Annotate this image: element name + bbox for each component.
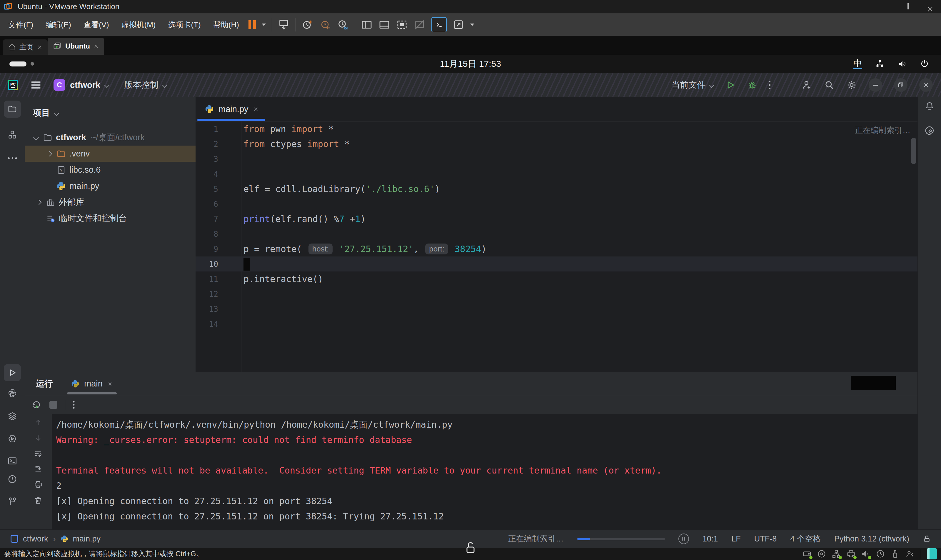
tree-item-main.py[interactable]: main.py xyxy=(25,178,195,194)
notifications-bell-icon[interactable] xyxy=(924,101,935,111)
clock[interactable]: 11月15日 17:53 xyxy=(0,58,941,70)
code-line-11[interactable]: 11p.interactive() xyxy=(195,271,918,286)
time-sync-icon[interactable] xyxy=(875,549,886,559)
vmware-menu-item[interactable]: 编辑(E) xyxy=(42,17,75,32)
services-tool-button[interactable] xyxy=(7,411,17,421)
vmware-menu-item[interactable]: 查看(V) xyxy=(79,17,113,32)
status-item[interactable]: Python 3.12 (ctfwork) xyxy=(834,534,909,543)
down-arrow-icon[interactable] xyxy=(34,434,43,442)
clear-trash-icon[interactable] xyxy=(34,496,43,505)
code-line-7[interactable]: 7print(elf.rand() %7 +1) xyxy=(195,211,918,226)
pause-dropdown-icon[interactable] xyxy=(262,23,266,26)
power-icon[interactable] xyxy=(920,59,929,69)
tab-home[interactable]: 主页 xyxy=(3,39,48,55)
code-line-2[interactable]: 2from ctypes import * xyxy=(195,137,918,151)
more-actions-button[interactable] xyxy=(769,81,771,89)
vmware-menu-item[interactable]: 帮助(H) xyxy=(209,17,243,32)
up-arrow-icon[interactable] xyxy=(34,418,43,427)
code-line-1[interactable]: 1from pwn import * xyxy=(195,122,918,137)
code-line-12[interactable]: 12 xyxy=(195,286,918,302)
breadcrumb-project[interactable]: ctfwork xyxy=(23,534,48,543)
tree-item-libc.so.6[interactable]: ?libc.so.6 xyxy=(25,162,195,178)
code-area[interactable]: 正在编制索引… 1from pwn import *2from ctypes i… xyxy=(195,122,918,372)
stop-button[interactable] xyxy=(49,401,57,409)
python-packages-tool-button[interactable] xyxy=(7,388,17,398)
vcs-widget[interactable]: 版本控制 xyxy=(124,79,158,91)
ime-indicator[interactable]: 中 xyxy=(853,58,862,69)
breadcrumb-file[interactable]: main.py xyxy=(73,534,101,543)
corner-widget-icon[interactable] xyxy=(927,548,937,559)
network-icon[interactable] xyxy=(875,59,884,69)
tab-close-icon[interactable] xyxy=(94,44,98,48)
pause-indexing-button[interactable] xyxy=(678,534,689,544)
rerun-button[interactable] xyxy=(31,399,42,410)
code-line-5[interactable]: 5elf = cdll.LoadLibrary('./libc.so.6') xyxy=(195,182,918,197)
breadcrumb[interactable]: ctfwork › main.py xyxy=(11,534,101,544)
version-control-tool-button[interactable] xyxy=(7,497,17,506)
more-actions-button[interactable] xyxy=(73,401,74,409)
sound-icon[interactable] xyxy=(861,549,871,559)
hard-disk-icon[interactable] xyxy=(802,549,812,559)
shared-user-icon[interactable] xyxy=(905,549,915,559)
main-menu-button[interactable] xyxy=(31,82,41,89)
structure-tool-button[interactable] xyxy=(8,130,17,139)
code-line-3[interactable]: 3 xyxy=(195,151,918,166)
debug-button[interactable] xyxy=(747,80,757,90)
network-adapter-icon[interactable] xyxy=(831,549,841,559)
ide-close-button[interactable] xyxy=(919,78,933,92)
ide-restore-button[interactable] xyxy=(894,78,907,92)
status-item[interactable]: 10:1 xyxy=(703,534,718,543)
python-console-tool-button[interactable] xyxy=(7,434,17,444)
vmware-menu-item[interactable]: 文件(F) xyxy=(4,17,37,32)
show-sidebar-button[interactable] xyxy=(361,19,372,31)
code-line-9[interactable]: 9p = remote( host: '27.25.151.12', port:… xyxy=(195,242,918,257)
print-icon[interactable] xyxy=(34,480,43,489)
show-thumbnail-bar-button[interactable] xyxy=(378,19,390,31)
pause-vm-button[interactable] xyxy=(249,20,256,29)
volume-icon[interactable] xyxy=(898,59,907,69)
fullscreen-dropdown-icon[interactable] xyxy=(470,23,474,26)
tree-item-临时文件和控制台[interactable]: 临时文件和控制台 xyxy=(25,210,195,226)
tab-ubuntu[interactable]: Ubuntu xyxy=(48,38,104,55)
code-line-6[interactable]: 6 xyxy=(195,197,918,211)
send-ctrl-alt-del-button[interactable] xyxy=(278,19,290,31)
status-item[interactable]: UTF-8 xyxy=(754,534,777,543)
tree-item-.venv[interactable]: .venv xyxy=(25,146,195,162)
run-configuration-widget[interactable]: 当前文件 xyxy=(672,79,714,91)
chevron-down-icon[interactable] xyxy=(33,135,38,140)
console-view-button[interactable] xyxy=(431,17,447,32)
run-tool-button[interactable] xyxy=(4,364,21,381)
vmware-menu-item[interactable]: 虚拟机(M) xyxy=(117,17,160,32)
gear-icon[interactable] xyxy=(846,80,857,90)
problems-tool-button[interactable] xyxy=(7,474,17,484)
fit-guest-button[interactable] xyxy=(396,19,408,31)
code-line-14[interactable]: 14 xyxy=(195,317,918,331)
search-icon[interactable] xyxy=(824,80,835,90)
ai-assistant-icon[interactable] xyxy=(924,125,935,136)
soft-wrap-icon[interactable] xyxy=(34,449,43,458)
add-user-button[interactable] xyxy=(802,80,812,90)
chevron-down-icon[interactable] xyxy=(54,110,59,115)
terminal-tool-button[interactable] xyxy=(7,456,17,466)
take-snapshot-button[interactable] xyxy=(302,19,314,31)
snapshot-manager-button[interactable] xyxy=(337,19,349,31)
chevron-right-icon[interactable] xyxy=(47,151,52,156)
fullscreen-button[interactable] xyxy=(452,19,464,31)
chevron-down-icon[interactable] xyxy=(162,82,167,88)
scroll-to-end-icon[interactable] xyxy=(34,465,43,474)
project-tool-button[interactable] xyxy=(4,101,21,118)
code-line-10[interactable]: 10 xyxy=(195,257,918,271)
cd-rom-icon[interactable] xyxy=(816,549,827,559)
window-maximize-button[interactable] xyxy=(907,4,909,9)
tree-item-外部库[interactable]: 外部库 xyxy=(25,194,195,210)
chevron-down-icon[interactable] xyxy=(104,82,109,88)
chevron-right-icon[interactable] xyxy=(36,199,42,205)
tab-close-icon[interactable] xyxy=(254,107,258,111)
more-tools-button[interactable] xyxy=(8,157,17,159)
ide-minimize-button[interactable] xyxy=(869,78,882,92)
project-panel-title[interactable]: 项目 xyxy=(33,107,50,119)
code-line-4[interactable]: 4 xyxy=(195,166,918,182)
tab-close-icon[interactable] xyxy=(108,382,112,386)
vmware-menu-item[interactable]: 选项卡(T) xyxy=(164,17,205,32)
project-widget[interactable]: ctfwork xyxy=(70,80,100,90)
